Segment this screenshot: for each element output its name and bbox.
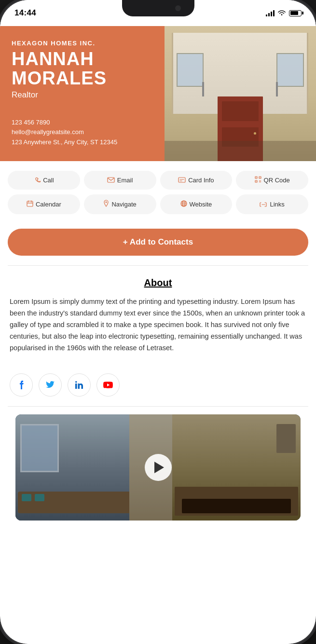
email-icon bbox=[107, 177, 115, 184]
add-to-contacts-button[interactable]: + Add to Contacts bbox=[8, 229, 308, 256]
about-title: About bbox=[10, 277, 306, 288]
facebook-button[interactable] bbox=[10, 373, 33, 397]
website-icon bbox=[180, 200, 187, 208]
video-section[interactable] bbox=[15, 414, 301, 521]
hero-card: HEXAGON HOMES INC. HANNAH MORALES Realto… bbox=[0, 26, 316, 161]
svg-rect-8 bbox=[260, 178, 260, 178]
signal-icon bbox=[266, 10, 275, 16]
action-row-2: Calendar Navigate Website bbox=[8, 194, 308, 214]
links-label: Links bbox=[270, 201, 284, 208]
qr-code-icon bbox=[255, 176, 261, 184]
linkedin-button[interactable] bbox=[68, 373, 91, 397]
svg-rect-10 bbox=[259, 180, 260, 181]
add-contacts-section: + Add to Contacts bbox=[0, 219, 316, 265]
screen-content[interactable]: HEXAGON HOMES INC. HANNAH MORALES Realto… bbox=[0, 26, 316, 644]
status-time: 14:44 bbox=[14, 8, 36, 18]
email-address: hello@reallygreatsite.com bbox=[12, 127, 304, 137]
action-buttons-section: Call Email Card Info bbox=[0, 161, 316, 214]
company-name: HEXAGON HOMES INC. bbox=[12, 40, 304, 47]
navigate-button[interactable]: Navigate bbox=[84, 194, 156, 214]
svg-rect-1 bbox=[179, 178, 185, 182]
social-section bbox=[0, 366, 316, 406]
action-row-1: Call Email Card Info bbox=[8, 171, 308, 190]
navigate-icon bbox=[103, 200, 109, 209]
qr-code-button[interactable]: QR Code bbox=[236, 171, 308, 190]
qr-code-label: QR Code bbox=[264, 177, 290, 184]
person-title: Realtor bbox=[12, 90, 304, 100]
contact-info: 123 456 7890 hello@reallygreatsite.com 1… bbox=[12, 118, 304, 148]
svg-point-25 bbox=[75, 381, 77, 383]
email-button[interactable]: Email bbox=[84, 171, 156, 190]
status-bar: 14:44 bbox=[0, 0, 316, 26]
street-address: 123 Anywhere St., Any City, ST 12345 bbox=[12, 137, 304, 148]
call-icon bbox=[34, 176, 41, 184]
person-name-line2: MORALES bbox=[12, 68, 107, 88]
call-label: Call bbox=[43, 177, 54, 184]
battery-icon bbox=[289, 10, 302, 16]
person-name: HANNAH MORALES bbox=[12, 50, 304, 88]
card-info-button[interactable]: Card Info bbox=[160, 171, 233, 190]
svg-rect-7 bbox=[256, 178, 256, 178]
youtube-button[interactable] bbox=[96, 373, 120, 397]
calendar-icon bbox=[27, 200, 33, 208]
svg-rect-13 bbox=[260, 182, 261, 183]
person-name-line1: HANNAH bbox=[12, 49, 94, 69]
email-label: Email bbox=[117, 177, 133, 184]
svg-rect-14 bbox=[27, 201, 33, 206]
hero-text-section: HEXAGON HOMES INC. HANNAH MORALES Realto… bbox=[0, 26, 316, 161]
video-overlay bbox=[15, 414, 301, 521]
about-text: Lorem Ipsum is simply dummy text of the … bbox=[10, 296, 306, 354]
links-button[interactable]: Links bbox=[236, 194, 308, 214]
play-button[interactable] bbox=[145, 454, 172, 481]
twitter-button[interactable] bbox=[39, 373, 62, 397]
wifi-icon bbox=[277, 10, 286, 16]
svg-rect-9 bbox=[256, 181, 256, 182]
links-icon bbox=[260, 201, 267, 208]
phone-number: 123 456 7890 bbox=[12, 118, 304, 128]
about-section: About Lorem Ipsum is simply dummy text o… bbox=[0, 266, 316, 366]
card-info-icon bbox=[178, 177, 186, 184]
video-background bbox=[15, 414, 301, 521]
phone-frame: 14:44 HEXAGON bbox=[0, 0, 316, 644]
play-triangle bbox=[154, 462, 164, 473]
svg-rect-11 bbox=[260, 180, 261, 181]
svg-rect-24 bbox=[75, 384, 77, 389]
video-container-wrapper bbox=[0, 407, 316, 538]
svg-rect-12 bbox=[259, 182, 260, 183]
card-info-label: Card Info bbox=[188, 177, 214, 184]
status-icons bbox=[266, 10, 302, 16]
calendar-button[interactable]: Calendar bbox=[8, 194, 80, 214]
website-button[interactable]: Website bbox=[160, 194, 233, 214]
call-button[interactable]: Call bbox=[8, 171, 80, 190]
navigate-label: Navigate bbox=[111, 201, 136, 208]
notch bbox=[122, 0, 194, 16]
calendar-label: Calendar bbox=[36, 201, 61, 208]
notch-camera bbox=[175, 5, 181, 11]
phone-screen: 14:44 HEXAGON bbox=[0, 0, 316, 644]
website-label: Website bbox=[190, 201, 212, 208]
svg-point-18 bbox=[106, 202, 107, 203]
